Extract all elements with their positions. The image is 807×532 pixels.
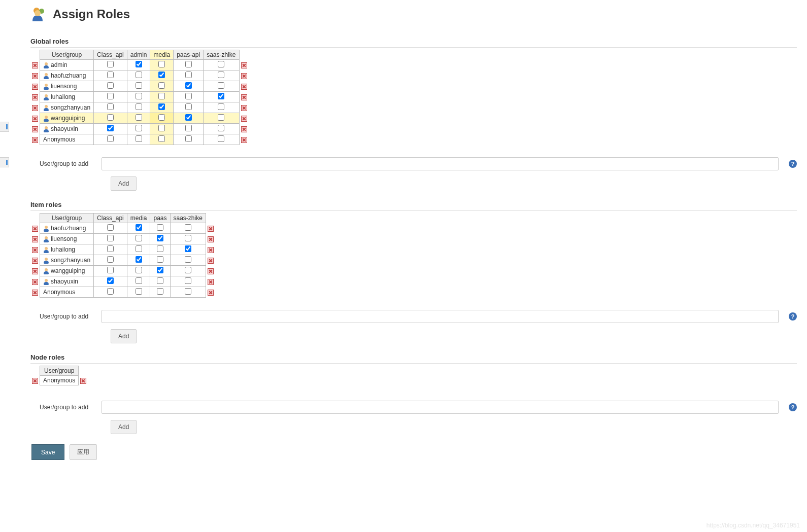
role-checkbox[interactable] <box>185 93 192 99</box>
role-column-header[interactable]: Class_api <box>94 50 127 60</box>
role-checkbox[interactable] <box>158 82 165 89</box>
role-checkbox[interactable] <box>136 103 142 110</box>
role-checkbox[interactable] <box>136 288 142 295</box>
delete-row-icon[interactable] <box>32 105 38 111</box>
role-checkbox[interactable] <box>218 72 224 78</box>
global-add-button[interactable]: Add <box>111 176 137 191</box>
help-icon[interactable]: ? <box>789 403 797 411</box>
delete-row-icon[interactable] <box>32 94 38 100</box>
role-checkbox[interactable] <box>218 61 224 67</box>
help-icon[interactable]: ? <box>789 160 797 168</box>
role-checkbox[interactable] <box>136 125 142 131</box>
role-checkbox[interactable] <box>157 256 163 263</box>
delete-row-icon[interactable] <box>32 290 38 296</box>
delete-row-icon[interactable] <box>80 378 86 384</box>
role-column-header[interactable]: media <box>127 214 150 223</box>
role-checkbox[interactable] <box>185 245 191 252</box>
role-checkbox[interactable] <box>158 61 165 67</box>
role-checkbox[interactable] <box>157 288 163 295</box>
role-checkbox[interactable] <box>136 235 142 241</box>
role-checkbox[interactable] <box>107 224 114 231</box>
role-checkbox[interactable] <box>185 103 192 110</box>
role-checkbox[interactable] <box>136 93 142 99</box>
delete-row-icon[interactable] <box>32 247 38 253</box>
role-checkbox[interactable] <box>185 256 191 263</box>
role-checkbox[interactable] <box>218 82 224 89</box>
role-checkbox[interactable] <box>218 135 224 142</box>
role-checkbox[interactable] <box>185 288 191 295</box>
role-column-header[interactable]: paas-api <box>174 50 204 60</box>
role-checkbox[interactable] <box>158 125 165 131</box>
role-checkbox[interactable] <box>185 235 191 241</box>
role-checkbox[interactable] <box>185 114 192 121</box>
item-add-button[interactable]: Add <box>111 329 137 343</box>
role-checkbox[interactable] <box>107 103 114 110</box>
role-column-header[interactable]: Class_api <box>94 214 127 223</box>
rail-stub[interactable] <box>0 157 9 167</box>
delete-row-icon[interactable] <box>32 258 38 264</box>
role-column-header[interactable]: saas-zhike <box>204 50 239 60</box>
apply-button[interactable]: 应用 <box>70 444 97 460</box>
delete-row-icon[interactable] <box>208 226 214 232</box>
role-column-header[interactable]: saas-zhike <box>170 214 206 223</box>
role-checkbox[interactable] <box>136 256 142 263</box>
node-add-button[interactable]: Add <box>111 420 137 434</box>
delete-row-icon[interactable] <box>241 84 247 90</box>
role-checkbox[interactable] <box>136 114 142 121</box>
role-checkbox[interactable] <box>107 114 114 121</box>
role-checkbox[interactable] <box>218 93 224 99</box>
delete-row-icon[interactable] <box>32 236 38 242</box>
role-checkbox[interactable] <box>136 224 142 231</box>
role-checkbox[interactable] <box>136 135 142 142</box>
role-checkbox[interactable] <box>107 61 114 67</box>
role-checkbox[interactable] <box>185 72 192 78</box>
role-checkbox[interactable] <box>136 61 142 67</box>
global-add-input[interactable] <box>102 157 779 170</box>
role-checkbox[interactable] <box>158 114 165 121</box>
role-checkbox[interactable] <box>185 224 191 231</box>
role-checkbox[interactable] <box>158 103 165 110</box>
role-checkbox[interactable] <box>107 235 114 241</box>
delete-row-icon[interactable] <box>208 268 214 274</box>
role-checkbox[interactable] <box>107 256 114 263</box>
delete-row-icon[interactable] <box>208 258 214 264</box>
role-checkbox[interactable] <box>218 125 224 131</box>
role-checkbox[interactable] <box>158 93 165 99</box>
delete-row-icon[interactable] <box>208 279 214 285</box>
role-checkbox[interactable] <box>185 125 192 131</box>
delete-row-icon[interactable] <box>32 62 38 68</box>
delete-row-icon[interactable] <box>32 137 38 143</box>
delete-row-icon[interactable] <box>32 84 38 90</box>
delete-row-icon[interactable] <box>241 126 247 132</box>
role-checkbox[interactable] <box>107 277 114 284</box>
rail-stub[interactable] <box>0 122 9 132</box>
role-checkbox[interactable] <box>107 288 114 295</box>
role-checkbox[interactable] <box>107 93 114 99</box>
role-checkbox[interactable] <box>185 277 191 284</box>
role-checkbox[interactable] <box>185 82 192 89</box>
role-checkbox[interactable] <box>185 135 192 142</box>
role-checkbox[interactable] <box>136 82 142 89</box>
delete-row-icon[interactable] <box>208 236 214 242</box>
role-checkbox[interactable] <box>107 125 114 131</box>
role-checkbox[interactable] <box>107 135 114 142</box>
role-checkbox[interactable] <box>107 82 114 89</box>
role-checkbox[interactable] <box>157 277 163 284</box>
delete-row-icon[interactable] <box>32 126 38 132</box>
delete-row-icon[interactable] <box>241 105 247 111</box>
delete-row-icon[interactable] <box>32 279 38 285</box>
delete-row-icon[interactable] <box>32 116 38 122</box>
delete-row-icon[interactable] <box>241 116 247 122</box>
role-checkbox[interactable] <box>136 267 142 273</box>
delete-row-icon[interactable] <box>32 73 38 79</box>
role-column-header[interactable]: admin <box>127 50 150 60</box>
role-checkbox[interactable] <box>157 267 163 273</box>
role-checkbox[interactable] <box>107 245 114 252</box>
help-icon[interactable]: ? <box>789 312 797 321</box>
role-checkbox[interactable] <box>107 72 114 78</box>
delete-row-icon[interactable] <box>32 378 38 384</box>
delete-row-icon[interactable] <box>241 73 247 79</box>
role-checkbox[interactable] <box>157 245 163 252</box>
delete-row-icon[interactable] <box>241 137 247 143</box>
item-add-input[interactable] <box>102 310 779 323</box>
